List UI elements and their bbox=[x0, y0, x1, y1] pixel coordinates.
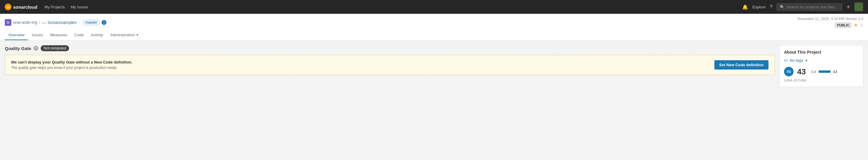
about-panel-title: About This Project bbox=[784, 50, 859, 55]
quality-gate-header: Quality Gate ? Not computed bbox=[5, 45, 775, 51]
logo[interactable]: ☁ sonarcloud bbox=[5, 4, 37, 10]
tab-overview[interactable]: Overview bbox=[5, 30, 28, 40]
nav-right-actions: 🔔 Explore ? 🔍 + bbox=[742, 2, 863, 11]
chevron-down-icon: ▼ bbox=[805, 59, 808, 62]
language-row: C# 43 bbox=[811, 70, 837, 74]
favorite-star-icon[interactable]: ★ bbox=[854, 22, 858, 28]
notifications-button[interactable]: 🔔 bbox=[742, 4, 748, 10]
tags-row: 🏷 No tags ▼ bbox=[784, 58, 859, 63]
right-panel: About This Project 🏷 No tags ▼ XS 43 C# … bbox=[779, 45, 863, 96]
loc-number: 43 bbox=[797, 67, 806, 76]
about-panel: About This Project 🏷 No tags ▼ XS 43 C# … bbox=[779, 45, 863, 87]
org-badge: U bbox=[5, 19, 11, 26]
quality-gate-title: Quality Gate bbox=[5, 46, 31, 51]
lines-of-code-label: Lines of Code bbox=[784, 78, 859, 82]
no-tags-link[interactable]: No tags bbox=[790, 58, 803, 63]
language-count: 43 bbox=[833, 70, 837, 74]
tag-icon: 🏷 bbox=[784, 58, 788, 63]
language-label: C# bbox=[811, 70, 816, 74]
language-bar bbox=[819, 71, 831, 73]
top-navigation: ☁ sonarcloud My Projects My Issues 🔔 Exp… bbox=[0, 0, 868, 14]
quality-gate-help-icon[interactable]: ? bbox=[33, 46, 38, 51]
main-nav-links: My Projects My Issues bbox=[44, 5, 88, 9]
new-code-warning-box: We can't display your Quality Gate witho… bbox=[5, 55, 775, 75]
breadcrumb: U unai-azdo-org / ▭ Sonarexamples ⑂ mast… bbox=[5, 19, 106, 26]
left-panel: Quality Gate ? Not computed We can't dis… bbox=[5, 45, 775, 96]
warning-title: We can't display your Quality Gate witho… bbox=[11, 60, 708, 64]
org-name-link[interactable]: unai-azdo-org bbox=[13, 20, 37, 25]
search-box[interactable]: 🔍 bbox=[777, 3, 842, 11]
avatar[interactable] bbox=[854, 2, 863, 11]
add-button[interactable]: + bbox=[846, 4, 850, 10]
logo-text: sonarcloud bbox=[13, 4, 37, 9]
project-name-link[interactable]: Sonarexamples bbox=[48, 20, 76, 25]
chevron-down-icon: ▼ bbox=[136, 33, 139, 36]
search-input[interactable] bbox=[786, 5, 839, 9]
project-navigation: Overview Issues Measures Code Activity A… bbox=[5, 30, 863, 40]
tab-administration-label: Administration bbox=[110, 33, 135, 37]
warning-subtitle: The quality gate helps you know if your … bbox=[11, 65, 708, 70]
tab-activity[interactable]: Activity bbox=[87, 30, 107, 40]
set-new-code-button[interactable]: Set New Code definition bbox=[714, 60, 769, 70]
tab-measures[interactable]: Measures bbox=[46, 30, 71, 40]
help-button[interactable]: ? bbox=[770, 4, 772, 9]
breadcrumb-separator: / bbox=[39, 20, 40, 25]
warning-text-area: We can't display your Quality Gate witho… bbox=[11, 60, 708, 70]
project-version-info: November 11, 2020, 4:14 PM Version 1.0 P… bbox=[798, 17, 863, 28]
loc-row: XS 43 C# 43 bbox=[784, 67, 859, 76]
visibility-badge: PUBLIC bbox=[835, 23, 851, 28]
explore-link[interactable]: Explore bbox=[752, 5, 766, 9]
tab-code[interactable]: Code bbox=[71, 30, 87, 40]
tab-administration[interactable]: Administration ▼ bbox=[107, 30, 142, 40]
sonarcloud-logo-icon: ☁ bbox=[5, 4, 11, 10]
home-icon[interactable]: ⌂ bbox=[860, 23, 863, 28]
version-text: November 11, 2020, 4:14 PM Version 1.0 bbox=[798, 17, 863, 21]
project-type-icon: ▭ bbox=[42, 20, 46, 25]
loc-size-badge: XS bbox=[784, 67, 794, 76]
project-header: U unai-azdo-org / ▭ Sonarexamples ⑂ mast… bbox=[0, 14, 868, 41]
avatar-image bbox=[855, 3, 863, 11]
branch-icon: ⑂ bbox=[78, 20, 81, 25]
search-icon: 🔍 bbox=[780, 5, 785, 9]
my-projects-link[interactable]: My Projects bbox=[44, 5, 65, 9]
add-branch-button[interactable]: + bbox=[102, 20, 106, 25]
branch-name[interactable]: master bbox=[83, 19, 100, 25]
tab-issues[interactable]: Issues bbox=[28, 30, 46, 40]
quality-gate-status-badge: Not computed bbox=[41, 45, 69, 51]
my-issues-link[interactable]: My Issues bbox=[71, 5, 89, 9]
project-meta-row: U unai-azdo-org / ▭ Sonarexamples ⑂ mast… bbox=[5, 17, 863, 30]
visibility-row: PUBLIC ★ ⌂ bbox=[835, 22, 863, 28]
main-content: Quality Gate ? Not computed We can't dis… bbox=[0, 41, 868, 100]
